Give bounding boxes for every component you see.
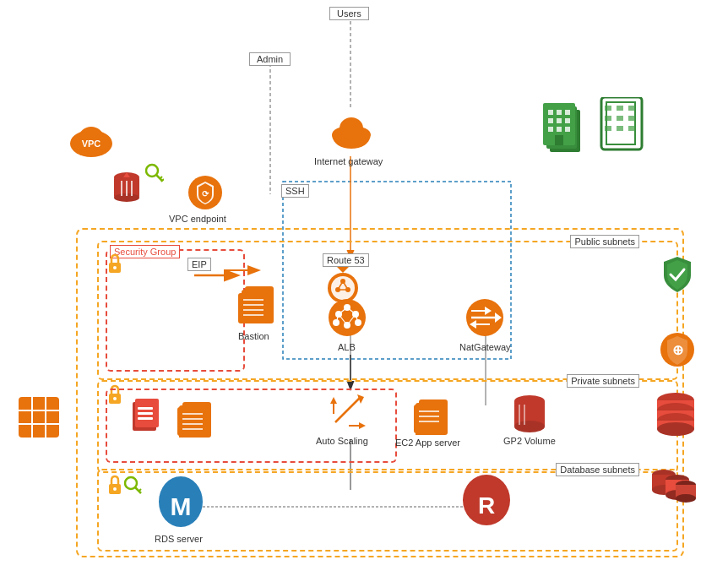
lock-icon-database [106, 475, 124, 499]
ec2-app-server-label: EC2 App server [395, 438, 460, 448]
svg-text:R: R [478, 492, 495, 519]
auto-scaling-label: Auto Scaling [316, 436, 368, 446]
svg-point-37 [113, 487, 117, 491]
diagram: Users Admin VPC Internet gateway SSH [0, 0, 728, 587]
lambda-icon [177, 395, 220, 440]
vpc-endpoint-label: VPC endpoint [169, 214, 226, 224]
svg-rect-129 [628, 106, 635, 111]
svg-rect-132 [628, 116, 635, 121]
svg-rect-135 [628, 126, 635, 131]
rds-redis-icon: R [460, 471, 513, 531]
gp2-volume-icon [513, 393, 546, 436]
key-icon-vpc [145, 162, 164, 188]
svg-rect-131 [617, 116, 623, 121]
svg-marker-96 [359, 422, 366, 429]
svg-rect-86 [177, 407, 208, 436]
svg-point-158 [676, 494, 696, 503]
grid-icon [17, 395, 61, 442]
svg-line-21 [160, 177, 162, 179]
svg-rect-120 [565, 118, 570, 123]
svg-text:VPC: VPC [82, 139, 101, 149]
natgateway-label: NatGateway [459, 342, 511, 352]
ssh-label: SSH [281, 184, 309, 198]
svg-line-40 [139, 489, 141, 492]
auto-scaling-icon [327, 390, 369, 435]
vpc-endpoint-icon: ⟳ [186, 173, 225, 215]
svg-text:⊕: ⊕ [672, 343, 683, 357]
svg-point-19 [146, 165, 158, 177]
rds-server-label: RDS server [155, 534, 203, 544]
svg-rect-127 [605, 106, 611, 111]
svg-rect-99 [414, 405, 444, 433]
svg-point-33 [113, 266, 117, 269]
svg-rect-130 [605, 116, 611, 121]
waf-icon [111, 169, 142, 205]
svg-marker-94 [330, 397, 337, 404]
green-building-1 [543, 101, 587, 156]
alb-icon [325, 296, 369, 342]
internet-gateway-icon [329, 110, 373, 156]
users-label: Users [329, 7, 369, 20]
svg-point-38 [125, 477, 137, 489]
svg-text:M: M [171, 492, 192, 520]
svg-rect-128 [617, 106, 623, 111]
svg-rect-145 [19, 397, 59, 438]
svg-rect-122 [557, 127, 562, 132]
svg-line-91 [335, 397, 361, 422]
svg-rect-121 [548, 127, 553, 132]
lock-icon-public [106, 253, 124, 278]
internet-gateway-label: Internet gateway [314, 156, 383, 166]
svg-rect-124 [555, 135, 563, 145]
svg-text:⟳: ⟳ [202, 189, 209, 198]
svg-point-144 [657, 422, 694, 436]
key-icon-database [124, 475, 143, 501]
svg-rect-134 [617, 126, 623, 131]
svg-rect-116 [557, 110, 562, 115]
public-subnets-label: Public subnets [570, 235, 639, 248]
svg-marker-50 [336, 266, 350, 273]
svg-rect-44 [238, 293, 269, 323]
green-building-2 [598, 97, 645, 155]
rds-mongo-icon: M [156, 473, 205, 533]
green-shield-icon [659, 253, 696, 298]
bastion-label: Bastion [238, 331, 269, 341]
svg-rect-115 [548, 110, 553, 115]
bastion-icon [238, 283, 280, 329]
red-bucket-stacks [649, 463, 699, 516]
svg-rect-81 [138, 407, 153, 410]
eip-arrow [194, 267, 245, 286]
natgateway-icon [463, 296, 507, 342]
ecs-icon [131, 397, 161, 435]
svg-rect-82 [138, 412, 153, 415]
vpc-icon: VPC [66, 118, 117, 161]
admin-label: Admin [249, 52, 291, 66]
svg-rect-133 [605, 126, 611, 131]
svg-rect-119 [557, 118, 562, 123]
orange-shield-icon: ⊕ [659, 328, 696, 372]
ec2-app-server-icon [414, 393, 456, 438]
svg-rect-83 [138, 417, 153, 420]
svg-rect-117 [565, 110, 570, 115]
private-subnets-label: Private subnets [567, 374, 639, 388]
red-stack-icon [655, 389, 697, 438]
svg-rect-118 [548, 118, 553, 123]
route53-label: Route 53 [323, 253, 369, 267]
svg-rect-123 [565, 127, 570, 132]
svg-point-105 [514, 421, 545, 432]
gp2-volume-label: GP2 Volume [503, 436, 556, 446]
database-subnets-label: Database subnets [556, 463, 639, 476]
svg-point-18 [340, 117, 363, 139]
alb-label: ALB [338, 342, 356, 352]
